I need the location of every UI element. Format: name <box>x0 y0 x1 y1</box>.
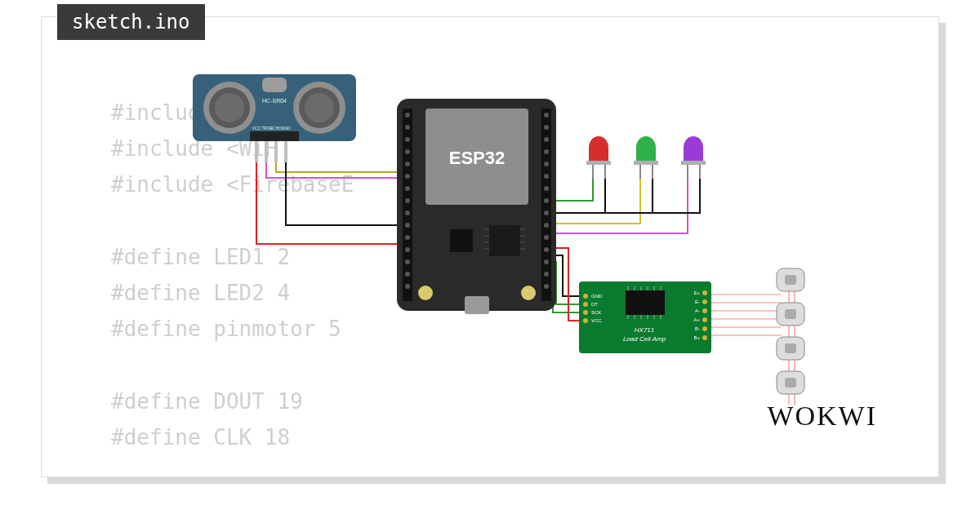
svg-text:ECHO: ECHO <box>270 126 283 131</box>
circuit-diagram: HC-SR04 VCC TRIG ECHO GND <box>180 66 915 458</box>
svg-rect-9 <box>255 141 258 162</box>
svg-point-26 <box>405 186 410 191</box>
led-green <box>634 136 658 179</box>
svg-rect-61 <box>465 296 489 314</box>
led-red <box>586 136 611 179</box>
wire-led-pur-c <box>547 176 700 213</box>
svg-point-41 <box>544 186 549 191</box>
esp32-board: ESP32 <box>397 99 556 314</box>
load-cell-1 <box>777 268 804 291</box>
svg-rect-65 <box>589 148 608 161</box>
svg-point-47 <box>544 259 549 264</box>
svg-text:SCK: SCK <box>591 310 601 315</box>
svg-rect-7 <box>262 78 287 92</box>
hx711-board: HX711 Load Cell Amp GND DT SCK VCC E+ E-… <box>579 281 711 353</box>
svg-point-46 <box>544 247 549 252</box>
svg-point-39 <box>544 162 549 166</box>
load-cell-4 <box>777 371 804 394</box>
svg-point-44 <box>544 223 549 228</box>
svg-point-29 <box>405 223 410 228</box>
svg-point-108 <box>702 335 707 340</box>
svg-point-24 <box>405 162 410 166</box>
hcsr04-sensor: HC-SR04 VCC TRIG ECHO GND <box>193 74 356 162</box>
wire-hcsr04-vcc <box>256 162 407 244</box>
svg-point-6 <box>305 93 334 122</box>
svg-text:DT: DT <box>591 302 598 307</box>
svg-text:HX711: HX711 <box>635 326 654 334</box>
svg-point-21 <box>405 125 410 130</box>
svg-text:GND: GND <box>281 126 291 131</box>
svg-text:B-: B- <box>695 326 700 331</box>
svg-point-62 <box>418 286 433 300</box>
svg-point-30 <box>405 235 410 240</box>
svg-rect-10 <box>265 141 268 162</box>
svg-point-103 <box>702 290 707 295</box>
load-cell-3 <box>777 337 804 360</box>
svg-point-63 <box>521 286 536 300</box>
svg-text:A+: A+ <box>693 317 700 322</box>
svg-rect-51 <box>450 229 473 252</box>
hcsr04-label: HC-SR04 <box>262 98 287 104</box>
svg-point-27 <box>405 198 410 203</box>
wire-led-green-c <box>547 176 653 213</box>
svg-point-23 <box>405 149 410 154</box>
wokwi-logo: WOKWI <box>767 401 877 432</box>
svg-rect-71 <box>634 161 658 165</box>
led-purple <box>681 136 706 179</box>
svg-text:GND: GND <box>591 294 603 299</box>
svg-point-37 <box>544 137 549 142</box>
wire-hcsr04-echo <box>276 162 407 172</box>
svg-point-104 <box>702 299 707 304</box>
svg-point-20 <box>405 113 410 117</box>
svg-point-42 <box>544 198 549 203</box>
svg-rect-12 <box>284 141 287 162</box>
load-cell-2 <box>777 303 804 326</box>
svg-rect-66 <box>586 161 611 165</box>
file-tab[interactable]: sketch.ino <box>57 4 205 40</box>
svg-point-48 <box>544 272 549 277</box>
svg-rect-76 <box>681 161 706 165</box>
preview-card: #include <HX7 #include <WiF #include <Fi… <box>41 16 939 477</box>
svg-point-43 <box>544 210 549 215</box>
svg-point-31 <box>405 247 410 252</box>
svg-point-22 <box>405 137 410 142</box>
svg-text:B+: B+ <box>693 335 700 340</box>
load-cells <box>777 268 804 394</box>
svg-rect-70 <box>636 148 656 161</box>
svg-rect-11 <box>274 141 278 162</box>
svg-rect-116 <box>785 275 796 285</box>
svg-rect-122 <box>785 378 796 388</box>
svg-point-33 <box>405 272 410 277</box>
svg-point-34 <box>405 284 410 289</box>
svg-point-98 <box>583 318 588 323</box>
svg-rect-80 <box>626 290 665 315</box>
svg-rect-8 <box>250 131 299 141</box>
wire-led-pur-a <box>547 176 688 233</box>
svg-rect-120 <box>785 343 796 353</box>
wire-hcsr04-trig <box>266 162 407 178</box>
svg-rect-118 <box>785 309 796 319</box>
svg-text:E-: E- <box>695 299 700 304</box>
svg-point-40 <box>544 174 549 179</box>
svg-point-28 <box>405 210 410 215</box>
svg-point-32 <box>405 259 410 264</box>
svg-text:Load Cell Amp: Load Cell Amp <box>623 335 666 343</box>
svg-point-107 <box>702 326 707 331</box>
svg-point-45 <box>544 235 549 240</box>
svg-point-96 <box>583 302 588 307</box>
svg-point-49 <box>544 284 549 289</box>
svg-text:A-: A- <box>695 308 700 313</box>
svg-text:VCC: VCC <box>591 318 602 323</box>
svg-rect-75 <box>684 148 703 161</box>
svg-point-36 <box>544 125 549 130</box>
svg-text:E+: E+ <box>693 290 700 295</box>
svg-point-97 <box>583 310 588 315</box>
svg-point-105 <box>702 308 707 313</box>
svg-point-38 <box>544 149 549 154</box>
svg-text:VCC: VCC <box>252 126 261 131</box>
esp32-label: ESP32 <box>449 148 506 168</box>
svg-point-35 <box>544 113 549 117</box>
svg-point-95 <box>583 294 588 299</box>
svg-point-106 <box>702 317 707 322</box>
svg-point-25 <box>405 174 410 179</box>
